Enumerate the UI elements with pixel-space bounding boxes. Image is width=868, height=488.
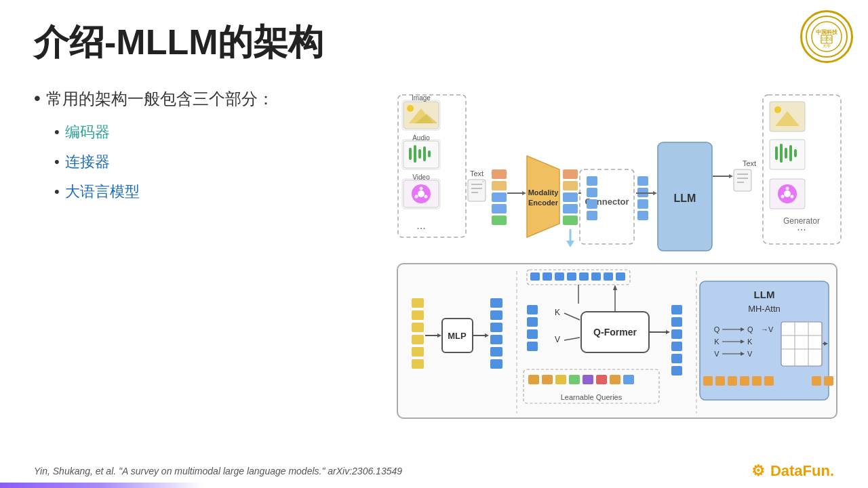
svg-rect-187: [824, 376, 833, 386]
svg-rect-49: [563, 192, 578, 202]
svg-rect-123: [616, 272, 625, 281]
svg-rect-58: [587, 188, 597, 197]
svg-rect-122: [604, 272, 613, 281]
svg-rect-16: [409, 148, 412, 160]
svg-point-28: [415, 195, 418, 199]
svg-rect-119: [567, 272, 576, 281]
svg-rect-32: [468, 180, 486, 201]
svg-rect-101: [412, 335, 424, 344]
svg-rect-57: [587, 176, 597, 186]
svg-rect-115: [490, 359, 502, 369]
main-bullet: • 常用的架构一般包含三个部分：: [34, 88, 359, 110]
svg-point-94: [781, 195, 785, 199]
svg-point-25: [418, 190, 425, 197]
sub-bullet-encoder: • 编码器: [54, 122, 359, 142]
svg-text:Modality: Modality: [528, 188, 559, 197]
svg-rect-84: [775, 146, 778, 160]
svg-marker-147: [613, 285, 617, 290]
svg-marker-109: [485, 333, 489, 338]
svg-rect-51: [563, 216, 578, 225]
university-logo: 中国科技 1958 大学: [800, 10, 854, 64]
svg-rect-118: [555, 272, 564, 281]
svg-rect-138: [542, 375, 553, 384]
svg-rect-59: [587, 199, 597, 209]
svg-rect-132: [527, 305, 538, 314]
svg-rect-141: [583, 375, 593, 384]
main-bullet-text: 常用的架构一般包含三个部分：: [46, 88, 274, 110]
svg-rect-174: [703, 376, 713, 386]
svg-marker-43: [522, 191, 526, 195]
svg-marker-149: [666, 330, 670, 334]
svg-rect-61: [637, 176, 648, 186]
svg-rect-121: [591, 272, 601, 281]
svg-rect-99: [412, 310, 424, 320]
datafun-logo: ⚙ DataFun.: [751, 462, 834, 480]
content-left: • 常用的架构一般包含三个部分： • 编码器 • 连接器 • 大语言模型: [34, 88, 359, 202]
svg-rect-114: [490, 347, 502, 357]
svg-rect-143: [610, 375, 620, 384]
svg-text:Learnable Queries: Learnable Queries: [561, 393, 623, 401]
svg-rect-117: [542, 272, 552, 281]
svg-rect-120: [579, 272, 589, 281]
svg-point-27: [425, 195, 428, 199]
svg-text:...: ...: [797, 221, 806, 232]
svg-rect-186: [812, 376, 821, 386]
bottom-decoration-bar: [0, 483, 203, 488]
svg-rect-182: [671, 329, 682, 339]
sub-bullets: • 编码器 • 连接器 • 大语言模型: [54, 122, 359, 202]
sub-bullet-connector-text: 连接器: [65, 152, 110, 172]
svg-rect-40: [492, 204, 507, 214]
svg-marker-66: [653, 191, 657, 195]
svg-point-12: [407, 105, 414, 112]
svg-rect-175: [715, 376, 725, 386]
svg-rect-19: [423, 146, 426, 161]
upper-diagram-svg: Image Audio Video: [397, 88, 844, 258]
svg-rect-38: [492, 181, 507, 190]
svg-text:中国科技: 中国科技: [816, 29, 838, 35]
svg-rect-179: [764, 376, 774, 386]
svg-marker-53: [566, 241, 574, 247]
svg-rect-135: [527, 342, 538, 351]
svg-point-26: [420, 187, 423, 190]
svg-point-93: [791, 195, 794, 199]
svg-text:Video: Video: [412, 174, 430, 181]
svg-rect-177: [740, 376, 749, 386]
lower-diagram: MLP: [397, 263, 837, 419]
svg-rect-103: [412, 359, 424, 369]
svg-text:大学: 大学: [823, 44, 831, 48]
svg-rect-98: [412, 298, 424, 308]
svg-marker-44: [527, 156, 559, 237]
svg-rect-133: [527, 317, 538, 327]
svg-rect-60: [587, 211, 597, 220]
svg-rect-87: [789, 145, 792, 161]
svg-marker-70: [729, 174, 733, 178]
sub-bullet-encoder-text: 编码器: [65, 122, 110, 142]
svg-rect-178: [752, 376, 762, 386]
svg-rect-48: [563, 181, 578, 190]
svg-rect-142: [596, 375, 607, 384]
svg-rect-47: [563, 169, 578, 179]
svg-rect-176: [728, 376, 737, 386]
svg-rect-134: [527, 329, 538, 339]
svg-text:Encoder: Encoder: [528, 199, 559, 207]
sub-bullet-connector: • 连接器: [54, 152, 359, 172]
svg-rect-181: [671, 317, 682, 327]
footer: Yin, Shukang, et al. "A survey on multim…: [0, 462, 868, 480]
datafun-text: DataFun.: [770, 462, 834, 479]
svg-rect-100: [412, 323, 424, 332]
upper-diagram: Image Audio Video: [397, 88, 844, 258]
svg-rect-85: [780, 144, 783, 163]
svg-marker-105: [437, 333, 441, 338]
svg-line-129: [564, 338, 580, 340]
svg-rect-18: [418, 149, 421, 159]
svg-text:Audio: Audio: [412, 134, 430, 142]
svg-rect-63: [637, 199, 648, 209]
svg-text:V: V: [747, 350, 753, 358]
svg-rect-37: [492, 169, 507, 179]
svg-text:LLM: LLM: [754, 289, 775, 300]
footer-citation: Yin, Shukang, et al. "A survey on multim…: [34, 466, 402, 476]
svg-text:Q: Q: [714, 325, 720, 333]
svg-rect-180: [671, 305, 682, 314]
svg-rect-184: [671, 354, 682, 363]
slide-title: 介绍-MLLM的架构: [34, 19, 323, 66]
